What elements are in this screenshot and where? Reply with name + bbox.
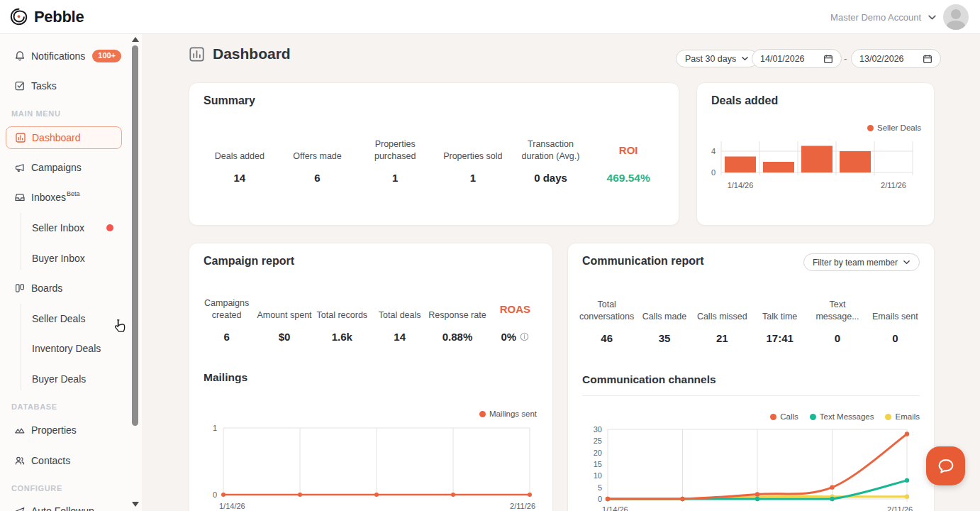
pebble-logo-icon xyxy=(9,7,28,26)
sidebar-item-label: Buyer Inbox xyxy=(32,253,85,264)
task-check-icon xyxy=(14,80,26,92)
sidebar-item-properties[interactable]: Properties xyxy=(0,419,131,441)
metric-roi: ROI469.54% xyxy=(589,138,667,185)
mailings-title: Mailings xyxy=(204,371,247,384)
metric-text-messages: Text message...0 xyxy=(808,299,866,344)
brand-name: Pebble xyxy=(34,8,84,26)
unread-dot xyxy=(106,224,113,231)
topbar: Pebble Master Demo Account xyxy=(0,0,980,34)
campaign-report-card: Campaign report Campaigns created6 Amoun… xyxy=(189,243,553,511)
sidebar-item-inboxes[interactable]: Inboxes Beta xyxy=(0,186,131,209)
sidebar-item-buyer-inbox[interactable]: Buyer Inbox xyxy=(0,247,131,270)
card-title: Deals added xyxy=(711,94,778,107)
chevron-down-icon xyxy=(903,258,911,266)
sidebar-item-label: Seller Inbox xyxy=(32,222,84,233)
svg-text:1/14/26: 1/14/26 xyxy=(602,505,628,511)
metric-total-deals: Total deals14 xyxy=(371,297,428,343)
calendar-icon xyxy=(923,54,932,64)
legend-dot xyxy=(479,411,486,417)
sidebar-section-configure: CONFIGURE xyxy=(11,484,62,493)
sidebar-item-inventory-deals[interactable]: Inventory Deals xyxy=(0,337,131,360)
sidebar-scrollbar xyxy=(131,35,140,510)
metric-deals-added: Deals added14 xyxy=(201,138,279,185)
calendar-icon xyxy=(823,54,833,64)
sidebar-item-label: Tasks xyxy=(31,80,57,92)
date-from-input[interactable]: 14/01/2026 xyxy=(752,49,842,68)
svg-text:1/14/26: 1/14/26 xyxy=(728,181,754,189)
svg-text:2/11/26: 2/11/26 xyxy=(887,505,913,511)
page-title: Dashboard xyxy=(213,45,291,62)
svg-text:0: 0 xyxy=(598,495,602,503)
sidebar-item-label: Auto Followup xyxy=(31,505,94,511)
people-icon xyxy=(14,455,26,466)
svg-text:30: 30 xyxy=(594,425,602,434)
sidebar-item-dashboard[interactable]: Dashboard xyxy=(6,126,122,149)
date-to-input[interactable]: 13/02/2026 xyxy=(851,49,941,68)
sidebar-section-main-menu: MAIN MENU xyxy=(11,109,61,118)
sidebar-item-tasks[interactable]: Tasks xyxy=(0,75,131,97)
deals-bar-chart: 401/14/262/11/26 xyxy=(703,136,924,204)
chat-bubble-icon xyxy=(935,456,957,477)
svg-text:2/11/26: 2/11/26 xyxy=(881,181,906,189)
sidebar-item-label: Properties xyxy=(31,424,77,436)
sidebar-item-contacts[interactable]: Contacts xyxy=(0,449,131,472)
sidebar-item-seller-inbox[interactable]: Seller Inbox xyxy=(0,216,131,239)
card-title: Campaign report xyxy=(204,255,294,268)
date-range-select[interactable]: Past 30 days xyxy=(676,50,758,67)
date-separator: - xyxy=(844,53,847,64)
avatar-head xyxy=(951,9,961,19)
chat-widget-button[interactable] xyxy=(926,446,965,485)
filter-label: Filter by team member xyxy=(813,258,898,268)
sidebar-item-auto-followup[interactable]: Auto Followup xyxy=(0,500,131,511)
svg-text:25: 25 xyxy=(594,436,602,445)
chevron-down-icon xyxy=(928,13,937,22)
campaign-metrics: Campaigns created6 Amount spent$0 Total … xyxy=(198,297,544,343)
sidebar-item-boards[interactable]: Boards xyxy=(0,277,131,300)
svg-text:5: 5 xyxy=(598,483,602,492)
scrollbar-thumb[interactable] xyxy=(132,45,138,426)
mailings-line-chart: 101/14/262/11/26 xyxy=(199,419,544,511)
sidebar-item-label: Buyer Deals xyxy=(32,373,86,385)
svg-text:4: 4 xyxy=(711,147,715,155)
section-divider xyxy=(582,395,920,396)
account-menu[interactable]: Master Demo Account xyxy=(830,0,969,34)
legend-dot xyxy=(885,414,891,420)
info-icon[interactable] xyxy=(520,332,529,341)
sidebar-item-label: Campaigns xyxy=(31,162,82,173)
metric-total-conversations: Total conversations46 xyxy=(578,299,635,344)
svg-text:10: 10 xyxy=(594,471,602,480)
metric-transaction-duration: Transaction duration (Avg.)0 days xyxy=(512,138,590,185)
legend-label: Emails xyxy=(895,412,920,421)
channels-legend: Calls Text Messages Emails xyxy=(770,412,920,421)
dashboard-icon xyxy=(15,132,26,143)
svg-text:1/14/26: 1/14/26 xyxy=(219,502,245,510)
legend-label: Seller Deals xyxy=(877,123,921,132)
svg-text:20: 20 xyxy=(594,449,602,457)
sidebar-section-database: DATABASE xyxy=(11,402,57,411)
scroll-up-arrow[interactable] xyxy=(132,37,139,42)
card-title: Communication report xyxy=(582,255,704,268)
sidebar-item-seller-deals[interactable]: Seller Deals xyxy=(0,307,131,330)
metric-emails-sent: Emails sent0 xyxy=(867,299,924,344)
svg-text:1: 1 xyxy=(213,424,217,432)
brand[interactable]: Pebble xyxy=(9,7,84,26)
avatar[interactable] xyxy=(943,4,969,30)
range-select-value: Past 30 days xyxy=(685,54,736,64)
sidebar-item-campaigns[interactable]: Campaigns xyxy=(0,156,131,179)
filter-team-member-select[interactable]: Filter by team member xyxy=(803,253,920,271)
bell-icon xyxy=(14,50,26,62)
inbox-icon xyxy=(14,192,26,203)
summary-metrics: Deals added14 Offers made6 Properties pu… xyxy=(201,138,667,185)
mountains-icon xyxy=(14,424,26,436)
avatar-body xyxy=(947,21,965,30)
sidebar-item-label: Contacts xyxy=(31,455,70,466)
scroll-down-arrow[interactable] xyxy=(132,502,139,507)
metric-properties-sold: Properties sold1 xyxy=(434,138,512,185)
sidebar-item-buyer-deals[interactable]: Buyer Deals xyxy=(0,368,131,390)
metric-properties-purchased: Properties purchased1 xyxy=(356,138,434,185)
chevron-down-icon xyxy=(741,55,749,62)
sidebar-item-notifications[interactable]: Notifications 100+ xyxy=(0,45,131,67)
send-icon xyxy=(14,505,26,511)
channels-line-chart: 3025201510501/14/262/11/26 xyxy=(578,422,924,511)
beta-tag: Beta xyxy=(67,190,80,197)
